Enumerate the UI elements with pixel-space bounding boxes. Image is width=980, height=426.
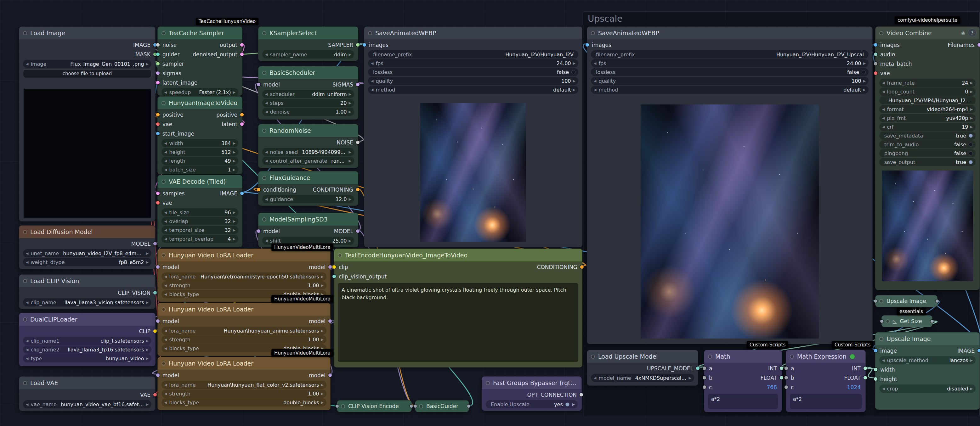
node-titlebar[interactable]: DualCLIPLoader bbox=[19, 313, 155, 326]
height-input-slot[interactable] bbox=[874, 377, 877, 381]
increment-arrow-icon[interactable]: ▶ bbox=[146, 339, 149, 343]
increment-arrow-icon[interactable]: ▶ bbox=[573, 62, 576, 65]
node-hunyuan-image-to-video[interactable]: HunyuanImageToVideopositivepositivevaela… bbox=[158, 96, 242, 174]
collapse-icon[interactable] bbox=[879, 299, 883, 303]
node-titlebar[interactable]: Math bbox=[704, 350, 782, 363]
guidance-widget[interactable]: ◀guidance12.0▶ bbox=[262, 195, 354, 203]
node-upscale-image-collapsed[interactable]: Upscale Image bbox=[875, 295, 937, 307]
upload-button[interactable]: choose file to upload bbox=[23, 69, 151, 78]
collapsed-input-slot[interactable] bbox=[336, 405, 339, 408]
decrement-arrow-icon[interactable]: ◀ bbox=[371, 79, 373, 83]
decrement-arrow-icon[interactable]: ◀ bbox=[26, 301, 28, 304]
decrement-arrow-icon[interactable]: ◀ bbox=[594, 62, 596, 65]
noise-input-slot[interactable] bbox=[156, 43, 160, 46]
toggle-dot-icon[interactable] bbox=[969, 160, 973, 164]
toggle-dot-icon[interactable] bbox=[969, 143, 973, 146]
collapse-icon[interactable] bbox=[162, 101, 165, 105]
collapse-icon[interactable] bbox=[368, 31, 372, 35]
lossless-toggle[interactable]: losslessfalse bbox=[591, 68, 869, 76]
save_output-toggle[interactable]: save_outputtrue bbox=[879, 158, 975, 166]
node-load-vae[interactable]: Load VAEVAE◀vae_namehunyuan_video_vae_bf… bbox=[19, 376, 156, 411]
positive-output-slot[interactable] bbox=[240, 113, 243, 116]
model-input-slot[interactable] bbox=[156, 320, 160, 323]
text-widget[interactable]: Hunyuan_I2V/MP4/Hunyuan_I2V_Up bbox=[879, 96, 975, 105]
node-titlebar[interactable]: Video Combine◉× bbox=[875, 27, 979, 39]
collapse-icon[interactable] bbox=[262, 129, 266, 133]
increment-arrow-icon[interactable]: ▶ bbox=[146, 403, 149, 406]
collapse-icon[interactable] bbox=[338, 253, 342, 258]
goto-group-arrow-icon[interactable]: ▶ bbox=[572, 402, 575, 407]
node-titlebar[interactable]: Load Image bbox=[19, 27, 155, 39]
lora_name-widget[interactable]: ◀lora_nameHunyuan\hunyuan_flat_color_v2.… bbox=[162, 381, 326, 389]
expression-input[interactable]: a*2 bbox=[790, 394, 862, 409]
height-widget[interactable]: ◀height512▶ bbox=[162, 148, 238, 156]
node-titlebar[interactable]: FluxGuidance bbox=[258, 172, 358, 184]
model-output-slot[interactable] bbox=[328, 320, 332, 323]
sampler_name-widget[interactable]: ◀sampler_nameddim▶ bbox=[262, 50, 354, 59]
node-save-webp-left[interactable]: SaveAnimatedWEBPimagesfilename_prefixHun… bbox=[364, 26, 582, 247]
increment-arrow-icon[interactable]: ▶ bbox=[146, 301, 149, 304]
temporal_size-widget[interactable]: ◀temporal_size32▶ bbox=[162, 226, 238, 234]
meta_batch-input-slot[interactable] bbox=[874, 62, 877, 65]
help-icon[interactable]: ? bbox=[968, 28, 977, 37]
format-widget[interactable]: ◀formatvideo/h264-mp4▶ bbox=[879, 105, 975, 113]
collapsed-input-slot[interactable] bbox=[880, 320, 883, 323]
node-titlebar[interactable]: VAE Decode (Tiled) bbox=[158, 175, 242, 188]
decrement-arrow-icon[interactable]: ◀ bbox=[882, 387, 885, 391]
decrement-arrow-icon[interactable]: ◀ bbox=[26, 62, 28, 66]
toggle-dot-icon[interactable] bbox=[565, 402, 570, 407]
node-titlebar[interactable]: BasicScheduler bbox=[258, 67, 358, 79]
clip_name1-widget[interactable]: ◀clip_name1clip_l.safetensors▶ bbox=[23, 337, 151, 345]
node-upscale-image[interactable]: Upscale ImageimageIMAGE◀upscale_methodla… bbox=[875, 332, 980, 410]
collapsed-input-slot[interactable] bbox=[414, 405, 417, 408]
node-model-sampling-sd3[interactable]: ModelSamplingSD3modelMODEL◀shift25.00▶ bbox=[258, 213, 358, 247]
sigmas-input-slot[interactable] bbox=[156, 72, 160, 75]
collapsed-output-slot[interactable] bbox=[935, 299, 939, 303]
node-get-size[interactable]: ◺Get Size bbox=[881, 315, 932, 327]
decrement-arrow-icon[interactable]: ◀ bbox=[265, 159, 267, 163]
collapse-icon[interactable] bbox=[879, 337, 883, 341]
node-video-combine[interactable]: Video Combine◉×imagesFilenamesaudiometa_… bbox=[875, 26, 980, 290]
node-load-image[interactable]: Load ImageIMAGEMASK◀imageFlux_Image_Gen_… bbox=[19, 26, 156, 221]
NOISE-output-slot[interactable] bbox=[356, 141, 360, 144]
increment-arrow-icon[interactable]: ▶ bbox=[233, 211, 235, 214]
Filenames-output-slot[interactable] bbox=[977, 43, 980, 46]
fps-widget[interactable]: ◀fps24.00▶ bbox=[591, 59, 869, 67]
expression-input[interactable]: a*2 bbox=[708, 394, 778, 409]
collapse-icon[interactable] bbox=[341, 404, 345, 409]
collapse-icon[interactable] bbox=[708, 354, 712, 359]
model-input-slot[interactable] bbox=[257, 229, 260, 233]
guider-input-slot[interactable] bbox=[156, 52, 160, 56]
node-load-clip-vision[interactable]: Load CLIP VisionCLIP_VISION◀clip_namella… bbox=[19, 274, 156, 309]
node-titlebar[interactable]: TeaCache Sampler bbox=[158, 27, 242, 39]
trim_to_audio-toggle[interactable]: trim_to_audiofalse bbox=[879, 140, 975, 148]
collapse-icon[interactable] bbox=[23, 31, 27, 35]
node-titlebar[interactable]: BasicGuider bbox=[415, 401, 469, 412]
increment-arrow-icon[interactable]: ▶ bbox=[349, 150, 351, 154]
increment-arrow-icon[interactable]: ▶ bbox=[970, 90, 973, 94]
node-titlebar[interactable]: ModelSamplingSD3 bbox=[258, 213, 358, 226]
batch_size-widget[interactable]: ◀batch_size1▶ bbox=[162, 165, 238, 174]
vae_name-widget[interactable]: ◀vae_namehunyuan_video_vae_bf16.safetens… bbox=[23, 400, 151, 409]
node-titlebar[interactable]: Fast Groups Bypasser (rgthree) bbox=[482, 377, 581, 389]
strength-widget[interactable]: ◀strength1.00▶ bbox=[162, 389, 326, 398]
node-titlebar[interactable]: Load VAE bbox=[19, 377, 155, 389]
output-output-slot[interactable] bbox=[240, 43, 243, 46]
model-input-slot[interactable] bbox=[156, 265, 160, 269]
decrement-arrow-icon[interactable]: ◀ bbox=[164, 91, 167, 94]
decrement-arrow-icon[interactable]: ◀ bbox=[26, 261, 28, 264]
collapsed-input-slot[interactable] bbox=[874, 299, 877, 303]
increment-arrow-icon[interactable]: ▶ bbox=[863, 88, 866, 92]
node-ksampler-select[interactable]: KSamplerSelectSAMPLER◀sampler_nameddim▶ bbox=[258, 26, 358, 61]
decrement-arrow-icon[interactable]: ◀ bbox=[164, 401, 167, 404]
increment-arrow-icon[interactable]: ▶ bbox=[970, 125, 973, 129]
denoise-widget[interactable]: ◀denoise1.00▶ bbox=[262, 108, 354, 116]
increment-arrow-icon[interactable]: ▶ bbox=[970, 359, 973, 362]
increment-arrow-icon[interactable]: ▶ bbox=[349, 92, 351, 96]
decrement-arrow-icon[interactable]: ◀ bbox=[594, 376, 596, 380]
increment-arrow-icon[interactable]: ▶ bbox=[146, 357, 149, 360]
decrement-arrow-icon[interactable]: ◀ bbox=[164, 392, 167, 396]
node-titlebar[interactable]: Hunyuan Video LoRA Loader bbox=[158, 303, 330, 316]
increment-arrow-icon[interactable]: ▶ bbox=[146, 62, 149, 66]
SAMPLER-output-slot[interactable] bbox=[356, 43, 360, 46]
